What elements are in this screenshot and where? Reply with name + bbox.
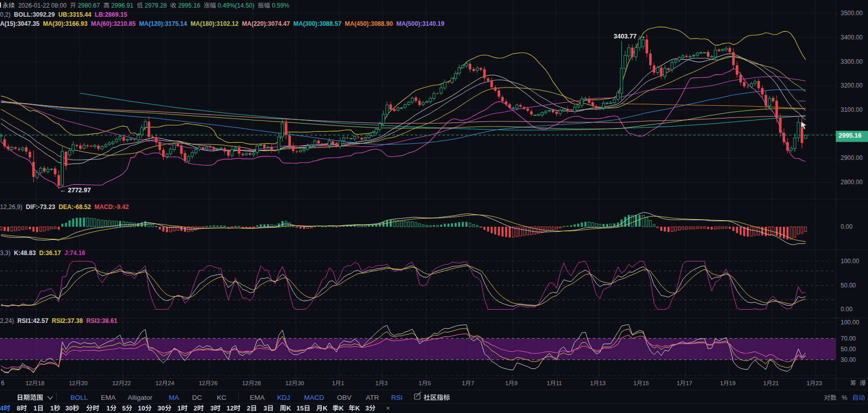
svg-text:MACD: MACD xyxy=(304,394,324,401)
svg-text:2995.16: 2995.16 xyxy=(839,132,861,139)
svg-text:Alligator: Alligator xyxy=(128,394,153,401)
svg-text:12: 12 xyxy=(199,380,205,386)
svg-text:0.00: 0.00 xyxy=(841,306,853,313)
svg-text:2980.67: 2980.67 xyxy=(78,2,100,9)
svg-text:3: 3 xyxy=(263,404,267,412)
svg-text:K: K xyxy=(286,404,291,412)
svg-text:1: 1 xyxy=(177,404,181,412)
svg-text:MACD:-9.42: MACD:-9.42 xyxy=(94,203,129,211)
svg-text:×: × xyxy=(386,404,390,412)
svg-text:12: 12 xyxy=(112,380,119,386)
svg-text:← 2772.97: ← 2772.97 xyxy=(60,187,91,194)
svg-text:→: → xyxy=(639,33,646,40)
svg-text:15: 15 xyxy=(296,404,304,412)
svg-text:1: 1 xyxy=(720,380,723,386)
svg-text:20: 20 xyxy=(81,380,88,386)
svg-text:9: 9 xyxy=(514,380,517,386)
svg-text:1: 1 xyxy=(332,380,335,386)
svg-text:1: 1 xyxy=(341,380,344,386)
svg-text:5: 5 xyxy=(428,380,431,386)
svg-text:DIF:-73.23: DIF:-73.23 xyxy=(26,203,55,211)
svg-text:2: 2 xyxy=(247,404,250,412)
svg-text:1: 1 xyxy=(547,380,550,386)
svg-text:3: 3 xyxy=(365,404,369,412)
svg-text:%: % xyxy=(842,394,847,401)
svg-text:26: 26 xyxy=(211,380,218,386)
svg-text:10: 10 xyxy=(138,404,145,412)
svg-text:MA(60):3210.85: MA(60):3210.85 xyxy=(91,20,136,27)
svg-text:12,26,9): 12,26,9) xyxy=(0,203,22,211)
svg-text:MA(120):3175.14: MA(120):3175.14 xyxy=(139,20,187,27)
svg-text:19: 19 xyxy=(729,380,736,386)
svg-text:7: 7 xyxy=(471,380,474,386)
svg-text:22: 22 xyxy=(125,380,131,386)
svg-text:RSI2:37.38: RSI2:37.38 xyxy=(52,317,83,324)
svg-text:MA(220):3074.47: MA(220):3074.47 xyxy=(242,20,290,27)
svg-text:J:74.16: J:74.16 xyxy=(64,250,85,257)
svg-text:17: 17 xyxy=(686,380,692,386)
svg-text:MA(300):3088.57: MA(300):3088.57 xyxy=(293,20,342,27)
svg-text:1: 1 xyxy=(505,380,508,386)
svg-text:100.00: 100.00 xyxy=(841,319,859,326)
svg-text:RSI1:42.57: RSI1:42.57 xyxy=(17,317,48,324)
svg-text:K: K xyxy=(339,404,344,412)
svg-text:4: 4 xyxy=(0,404,4,412)
svg-text:1: 1 xyxy=(50,404,54,412)
svg-text:12: 12 xyxy=(69,380,76,386)
svg-text:2995.16: 2995.16 xyxy=(178,2,200,9)
svg-text:MA(30):3166.93: MA(30):3166.93 xyxy=(43,20,88,27)
svg-text:3,3): 3,3) xyxy=(0,250,11,257)
svg-text:MA(500):3140.19: MA(500):3140.19 xyxy=(396,20,444,27)
svg-text:MA: MA xyxy=(169,394,179,401)
svg-text:D:36.17: D:36.17 xyxy=(39,250,61,257)
svg-text:2026-01-22 08:00: 2026-01-22 08:00 xyxy=(18,2,67,9)
svg-text:UB:3315.44: UB:3315.44 xyxy=(58,11,91,18)
svg-text:1: 1 xyxy=(375,380,379,386)
svg-text:RSI: RSI xyxy=(391,394,403,401)
svg-text:LB:2869.15: LB:2869.15 xyxy=(95,11,127,18)
svg-text:3200.00: 3200.00 xyxy=(841,82,863,89)
svg-text:K:48.83: K:48.83 xyxy=(14,250,36,257)
svg-text:100.00: 100.00 xyxy=(841,258,859,265)
svg-text:5: 5 xyxy=(122,404,126,412)
svg-text:3500.00: 3500.00 xyxy=(841,10,863,17)
svg-text:18: 18 xyxy=(38,380,45,386)
svg-text:3403.77: 3403.77 xyxy=(614,33,636,40)
svg-text:2900.00: 2900.00 xyxy=(841,154,863,161)
svg-text:1: 1 xyxy=(676,380,680,386)
svg-text:RSI3:38.61: RSI3:38.61 xyxy=(86,317,117,324)
svg-text:23: 23 xyxy=(816,380,822,386)
svg-text:EMA: EMA xyxy=(101,394,116,401)
svg-text:OBV: OBV xyxy=(337,394,352,401)
svg-text:30.00: 30.00 xyxy=(841,356,856,363)
svg-text:13: 13 xyxy=(599,380,606,386)
svg-text:12: 12 xyxy=(242,380,249,386)
svg-text:28: 28 xyxy=(254,380,261,386)
svg-text:24: 24 xyxy=(168,380,174,386)
svg-text:6: 6 xyxy=(1,380,5,387)
svg-text:2,24): 2,24) xyxy=(0,317,14,324)
svg-text:DC: DC xyxy=(192,394,202,401)
svg-text:3400.00: 3400.00 xyxy=(841,34,863,41)
svg-text:ATR: ATR xyxy=(366,394,379,401)
svg-text:12: 12 xyxy=(285,380,292,386)
svg-text:0,2): 0,2) xyxy=(0,11,11,18)
svg-text:30: 30 xyxy=(158,404,165,412)
svg-text:1: 1 xyxy=(807,380,810,386)
svg-text:2979.28: 2979.28 xyxy=(145,2,167,9)
svg-text:1: 1 xyxy=(419,380,422,386)
svg-text:30: 30 xyxy=(65,404,72,412)
svg-text:BOLL:3092.29: BOLL:3092.29 xyxy=(14,11,55,18)
svg-text:11: 11 xyxy=(556,380,562,386)
svg-text:KC: KC xyxy=(217,394,227,401)
svg-text:1: 1 xyxy=(590,380,593,386)
svg-text:2800.00: 2800.00 xyxy=(841,179,863,186)
svg-text:1: 1 xyxy=(106,404,110,412)
svg-text:K: K xyxy=(323,404,328,412)
svg-text:DEA:-68.52: DEA:-68.52 xyxy=(59,203,91,211)
svg-text:3: 3 xyxy=(385,380,388,386)
svg-text:BOLL: BOLL xyxy=(70,394,88,401)
svg-text:0.59%: 0.59% xyxy=(272,2,289,9)
svg-text:8: 8 xyxy=(17,404,20,412)
svg-text:0.49%(14.50): 0.49%(14.50) xyxy=(217,2,254,9)
